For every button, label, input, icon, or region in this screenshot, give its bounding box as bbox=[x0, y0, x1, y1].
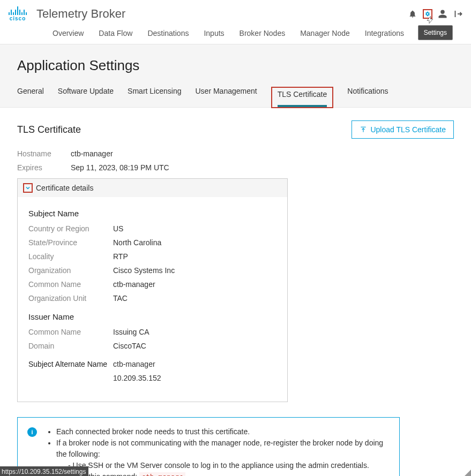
nav-data-flow[interactable]: Data Flow bbox=[99, 29, 132, 37]
info-bullet-2: If a broker node is not communicating wi… bbox=[56, 437, 390, 476]
info-sub-2: Run this command: ctb-manage bbox=[68, 471, 390, 476]
info-bullet-1: Each connected broker node needs to trus… bbox=[56, 426, 390, 437]
tab-tls-highlight: TLS Certificate bbox=[271, 87, 334, 108]
country-value: US bbox=[113, 224, 123, 233]
upload-tls-button[interactable]: Upload TLS Certificate bbox=[352, 120, 454, 139]
nav-manager-node[interactable]: Manager Node bbox=[300, 29, 350, 37]
cisco-logo-bars bbox=[9, 6, 27, 15]
tab-smart-licensing[interactable]: Smart Licensing bbox=[128, 87, 181, 107]
upload-tls-label: Upload TLS Certificate bbox=[370, 125, 446, 134]
cisco-logo-text: cisco bbox=[10, 16, 26, 21]
nav-overview[interactable]: Overview bbox=[53, 29, 84, 37]
nav-broker-nodes[interactable]: Broker Nodes bbox=[240, 29, 286, 37]
info-list: Each connected broker node needs to trus… bbox=[47, 426, 390, 476]
app-title: Telemetry Broker bbox=[36, 7, 125, 21]
settings-gear-icon[interactable] bbox=[423, 9, 432, 19]
tab-notifications[interactable]: Notifications bbox=[347, 87, 388, 107]
subject-cn-value: ctb-manager bbox=[113, 280, 155, 289]
subject-cn-label: Common Name bbox=[28, 280, 113, 289]
command-code: ctb-manage bbox=[139, 472, 185, 476]
section-title: TLS Certificate bbox=[17, 124, 81, 135]
app-header: cisco Telemetry Broker Settings bbox=[0, 0, 471, 24]
header-icons: Settings bbox=[408, 9, 462, 19]
san-values: ctb-manager 10.209.35.152 bbox=[113, 360, 161, 388]
san-value-2: 10.209.35.152 bbox=[113, 374, 161, 382]
section-head: TLS Certificate Upload TLS Certificate bbox=[17, 120, 454, 139]
hostname-label: Hostname bbox=[17, 149, 71, 158]
expires-row: Expires Sep 11, 2023, 08:19 PM UTC bbox=[17, 163, 454, 172]
notification-bell-icon[interactable] bbox=[408, 9, 417, 19]
page-title: Application Settings bbox=[17, 57, 454, 74]
state-label: State/Province bbox=[28, 238, 113, 247]
info-sub-1: Use SSH or the VM Server console to log … bbox=[68, 460, 390, 471]
org-label: Organization bbox=[28, 266, 113, 275]
content: TLS Certificate Upload TLS Certificate H… bbox=[0, 108, 471, 476]
issuer-name-title: Issuer Name bbox=[28, 312, 276, 321]
issuer-cn-value: Issuing CA bbox=[113, 328, 149, 336]
info-icon: i bbox=[27, 427, 37, 437]
resize-grip-icon[interactable] bbox=[465, 470, 471, 476]
cisco-logo: cisco bbox=[9, 6, 27, 21]
issuer-domain-value: CiscoTAC bbox=[113, 342, 146, 350]
cert-body: Subject Name Country or RegionUS State/P… bbox=[18, 197, 287, 402]
tab-general[interactable]: General bbox=[17, 87, 44, 107]
locality-label: Locality bbox=[28, 252, 113, 261]
upload-icon bbox=[360, 126, 367, 133]
tab-software-update[interactable]: Software Update bbox=[58, 87, 114, 107]
collapse-chevron-icon[interactable] bbox=[23, 183, 33, 193]
cert-details-panel: Certificate details Subject Name Country… bbox=[17, 178, 288, 402]
tab-user-management[interactable]: User Management bbox=[196, 87, 257, 107]
issuer-cn-label: Common Name bbox=[28, 328, 113, 336]
logout-icon[interactable] bbox=[453, 9, 462, 19]
expires-value: Sep 11, 2023, 08:19 PM UTC bbox=[71, 163, 169, 172]
ou-value: TAC bbox=[113, 294, 128, 303]
tab-tls-certificate[interactable]: TLS Certificate bbox=[278, 90, 327, 107]
user-profile-icon[interactable] bbox=[438, 9, 447, 19]
main-nav: Overview Data Flow Destinations Inputs B… bbox=[0, 24, 471, 44]
cert-details-title: Certificate details bbox=[36, 184, 93, 192]
nav-inputs[interactable]: Inputs bbox=[204, 29, 224, 37]
org-value: Cisco Systems Inc bbox=[113, 266, 175, 275]
subject-name-title: Subject Name bbox=[28, 209, 276, 218]
nav-integrations[interactable]: Integrations bbox=[365, 29, 404, 37]
nav-destinations[interactable]: Destinations bbox=[147, 29, 189, 37]
browser-status-bar: https://10.209.35.152/settings bbox=[0, 466, 88, 476]
san-title: Subject Alternate Name bbox=[28, 360, 113, 368]
settings-header-band: Application Settings General Software Up… bbox=[0, 44, 471, 108]
expires-label: Expires bbox=[17, 163, 71, 172]
cert-details-head[interactable]: Certificate details bbox=[18, 179, 287, 197]
hostname-value: ctb-manager bbox=[71, 149, 113, 158]
logo-area: cisco Telemetry Broker bbox=[9, 6, 125, 21]
country-label: Country or Region bbox=[28, 224, 113, 233]
sub-tabs: General Software Update Smart Licensing … bbox=[17, 87, 454, 107]
issuer-domain-label: Domain bbox=[28, 342, 113, 350]
san-value-1: ctb-manager bbox=[113, 360, 161, 368]
locality-value: RTP bbox=[113, 252, 128, 261]
settings-tooltip: Settings bbox=[418, 25, 453, 40]
hostname-row: Hostname ctb-manager bbox=[17, 149, 454, 158]
ou-label: Organization Unit bbox=[28, 294, 113, 303]
state-value: North Carolina bbox=[113, 238, 161, 247]
